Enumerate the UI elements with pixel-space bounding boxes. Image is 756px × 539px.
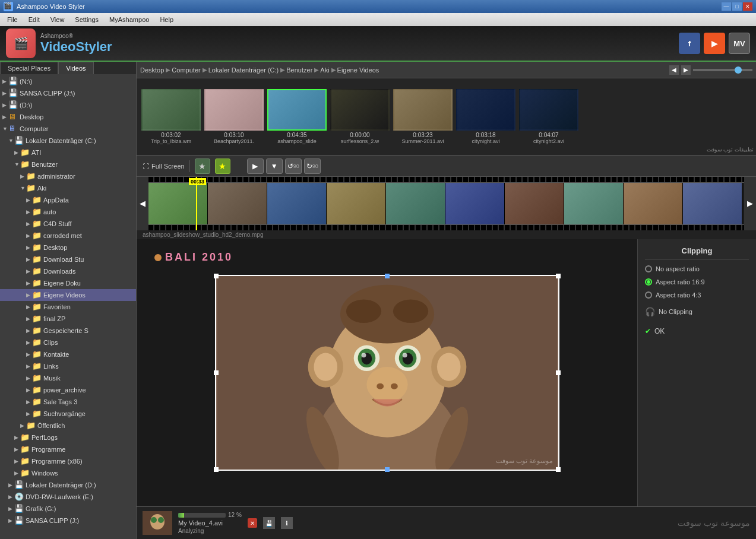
tree-item-sale-tags[interactable]: ▶ 📁 Sale Tags 3 bbox=[0, 396, 136, 408]
crop-handle-mr[interactable] bbox=[556, 370, 561, 375]
timeline-left-button[interactable]: ◀ bbox=[137, 177, 148, 230]
thumb-summer-2011[interactable]: 0:03:23 Summer-2011.avi bbox=[393, 89, 453, 144]
tree-item-administrator[interactable]: ▶ 📁 administrator bbox=[0, 170, 136, 182]
crop-handle-br[interactable] bbox=[556, 467, 561, 472]
tree-item-appdata[interactable]: ▶ 📁 AppData bbox=[0, 194, 136, 206]
sidebar-tree[interactable]: ▶ 💾 (N:\) ▶ 💾 SANSA CLIPP (J:\) ▶ 💾 (D:\… bbox=[0, 74, 136, 539]
preview-frame[interactable]: موسوعة توب سوفت bbox=[215, 275, 559, 471]
crop-handle-bl[interactable] bbox=[214, 467, 219, 472]
tree-item-download-stu[interactable]: ▶ 📁 Download Stu bbox=[0, 253, 136, 265]
breadcrumb-benutzer[interactable]: Benutzer ▶ bbox=[286, 66, 319, 74]
breadcrumb-desktop[interactable]: Desktop ▶ bbox=[140, 66, 170, 74]
tree-item-programme[interactable]: ▶ 📁 Programme bbox=[0, 443, 136, 455]
tree-item-grafik-drive[interactable]: ▶ 💾 Grafik (G:) bbox=[0, 503, 136, 515]
down-button[interactable]: ▼ bbox=[266, 158, 283, 174]
thumb-trip-ibiza[interactable]: 0:03:02 Trip_to_Ibiza.wm bbox=[141, 89, 201, 144]
filmstrip[interactable]: 00:33 bbox=[148, 177, 744, 230]
tree-item-desktop-top[interactable]: ▶ 🖥 Desktop bbox=[0, 111, 136, 123]
tree-item-corroded[interactable]: ▶ 📁 corroded met bbox=[0, 230, 136, 242]
tree-item-kontakte[interactable]: ▶ 📁 Kontakte bbox=[0, 348, 136, 360]
menu-myashampoo[interactable]: MyAshampoo bbox=[105, 15, 154, 24]
tab-videos[interactable]: Videos bbox=[58, 62, 93, 74]
tree-item-computer[interactable]: ▼ 🖥 Computer bbox=[0, 123, 136, 135]
tree-item-dvd-drive[interactable]: ▶ 💿 DVD-RW-Laufwerk (E:) bbox=[0, 491, 136, 503]
status-thumbnail bbox=[143, 511, 172, 535]
breadcrumb-c-drive[interactable]: Lokaler Datenträger (C:) ▶ bbox=[208, 66, 286, 74]
tree-item-power-archive[interactable]: ▶ 📁 power_archive bbox=[0, 384, 136, 396]
tree-item-d-drive-top[interactable]: ▶ 💾 (D:\) bbox=[0, 99, 136, 111]
tree-item-musik[interactable]: ▶ 📁 Musik bbox=[0, 372, 136, 384]
crop-handle-bm[interactable] bbox=[385, 467, 390, 472]
tree-item-final-zp[interactable]: ▶ 📁 final ZP bbox=[0, 313, 136, 325]
rotate-right-button[interactable]: ↻ 90 bbox=[304, 158, 321, 174]
mv-button[interactable]: MV bbox=[729, 33, 750, 54]
thumb-beachparty[interactable]: 0:03:10 Beachparty2011. bbox=[204, 89, 264, 144]
maximize-button[interactable]: □ bbox=[732, 2, 742, 11]
bookmark-button[interactable]: ★ bbox=[195, 158, 210, 174]
tree-item-auto[interactable]: ▶ 📁 auto bbox=[0, 206, 136, 218]
radio-4-3[interactable]: Aspect ratio 4:3 bbox=[645, 291, 749, 299]
play-button[interactable]: ▶ bbox=[247, 158, 264, 174]
status-save-button[interactable]: 💾 bbox=[263, 517, 275, 529]
close-button[interactable]: ✕ bbox=[743, 2, 752, 11]
tree-item-downloads[interactable]: ▶ 📁 Downloads bbox=[0, 265, 136, 277]
tree-item-sansa-j2[interactable]: ▶ 💾 SANSA CLIPP (J:) bbox=[0, 515, 136, 527]
breadcrumb-aki[interactable]: Aki ▶ bbox=[320, 66, 336, 74]
tree-item-n-drive[interactable]: ▶ 💾 (N:\) bbox=[0, 75, 136, 87]
radio-16-9[interactable]: Aspect ratio 16:9 bbox=[645, 278, 749, 286]
zoom-slider-track[interactable] bbox=[693, 69, 752, 71]
no-clipping-button[interactable]: 🎧 No Clipping bbox=[645, 305, 749, 319]
crop-handle-tm[interactable] bbox=[385, 274, 390, 278]
tree-item-links[interactable]: ▶ 📁 Links bbox=[0, 360, 136, 372]
radio-no-aspect[interactable]: No aspect ratio bbox=[645, 265, 749, 272]
crop-handle-tr[interactable] bbox=[556, 274, 561, 278]
tree-item-suchvorgaenge[interactable]: ▶ 📁 Suchvorgänge bbox=[0, 408, 136, 420]
menu-help[interactable]: Help bbox=[155, 15, 178, 24]
tree-item-benutzer[interactable]: ▼ 📁 Benutzer bbox=[0, 158, 136, 170]
tree-item-eigene-videos[interactable]: ▶ 📁 Eigene Videos bbox=[0, 289, 136, 301]
radio-label-1: No aspect ratio bbox=[656, 265, 700, 272]
tree-item-c4d-stuff[interactable]: ▶ 📁 C4D Stuff bbox=[0, 218, 136, 230]
breadcrumb-computer[interactable]: Computer ▶ bbox=[172, 66, 207, 74]
timeline-right-button[interactable]: ▶ bbox=[744, 177, 756, 230]
crop-handle-ml[interactable] bbox=[214, 370, 219, 375]
zoom-slider-thumb[interactable] bbox=[735, 66, 742, 74]
status-info-button[interactable]: ℹ bbox=[281, 517, 293, 529]
youtube-button[interactable]: ▶ bbox=[704, 33, 725, 54]
menu-file[interactable]: File bbox=[2, 15, 23, 24]
thumb-citynight[interactable]: 0:03:18 citynight.avi bbox=[456, 89, 515, 144]
tree-item-d-drive[interactable]: ▶ 💾 Lokaler Datenträger (D:) bbox=[0, 479, 136, 491]
status-close-button[interactable]: ✕ bbox=[248, 518, 257, 528]
film-frame-4 bbox=[327, 183, 386, 224]
crop-handle-tl[interactable] bbox=[214, 274, 219, 278]
thumb-citynight2[interactable]: 0:04:07 citynight2.avi bbox=[519, 89, 578, 144]
menu-settings[interactable]: Settings bbox=[70, 15, 103, 24]
fullscreen-button[interactable]: ⛶ Full Screen bbox=[143, 163, 185, 170]
tree-item-oeffentlich[interactable]: ▶ 📁 Öffentlich bbox=[0, 420, 136, 432]
tree-item-perflogs[interactable]: ▶ 📁 PerfLogs bbox=[0, 432, 136, 443]
tree-item-sansa-j[interactable]: ▶ 💾 SANSA CLIPP (J:\) bbox=[0, 87, 136, 99]
tab-special-places[interactable]: Special Places bbox=[0, 62, 58, 74]
star-active-button[interactable]: ★ bbox=[215, 158, 230, 174]
tree-item-clips[interactable]: ▶ 📁 Clips bbox=[0, 337, 136, 348]
tree-item-favoriten[interactable]: ▶ 📁 Favoriten bbox=[0, 301, 136, 313]
menu-edit[interactable]: Edit bbox=[24, 15, 45, 24]
ok-button[interactable]: ✔ OK bbox=[645, 325, 749, 338]
breadcrumb-eigene-videos[interactable]: Eigene Videos bbox=[337, 66, 379, 74]
thumb-ashampoo-slide[interactable]: 0:04:35 ashampoo_slide bbox=[267, 89, 327, 144]
facebook-button[interactable]: f bbox=[679, 33, 700, 54]
tree-item-ati[interactable]: ▶ 📁 ATI bbox=[0, 147, 136, 158]
tree-item-programme-x86[interactable]: ▶ 📁 Programme (x86) bbox=[0, 455, 136, 467]
tree-item-windows[interactable]: ▶ 📁 Windows bbox=[0, 467, 136, 479]
rotate-left-button[interactable]: ↺ 90 bbox=[285, 158, 302, 174]
menu-view[interactable]: View bbox=[46, 15, 69, 24]
breadcrumb-back-button[interactable]: ◀ bbox=[669, 65, 679, 75]
minimize-button[interactable]: — bbox=[722, 2, 731, 11]
thumb-surflessons[interactable]: 0:00:00 surflessons_2.w bbox=[330, 89, 390, 144]
tree-item-eigene-doku[interactable]: ▶ 📁 Eigene Doku bbox=[0, 277, 136, 289]
tree-item-aki[interactable]: ▼ 📁 Aki bbox=[0, 182, 136, 194]
tree-item-c-drive[interactable]: ▼ 💾 Lokaler Datenträger (C:) bbox=[0, 135, 136, 147]
tree-item-desktop-aki[interactable]: ▶ 📁 Desktop bbox=[0, 242, 136, 253]
breadcrumb-forward-button[interactable]: ▶ bbox=[681, 65, 691, 75]
tree-item-gespeicherte[interactable]: ▶ 📁 Gespeicherte S bbox=[0, 325, 136, 337]
